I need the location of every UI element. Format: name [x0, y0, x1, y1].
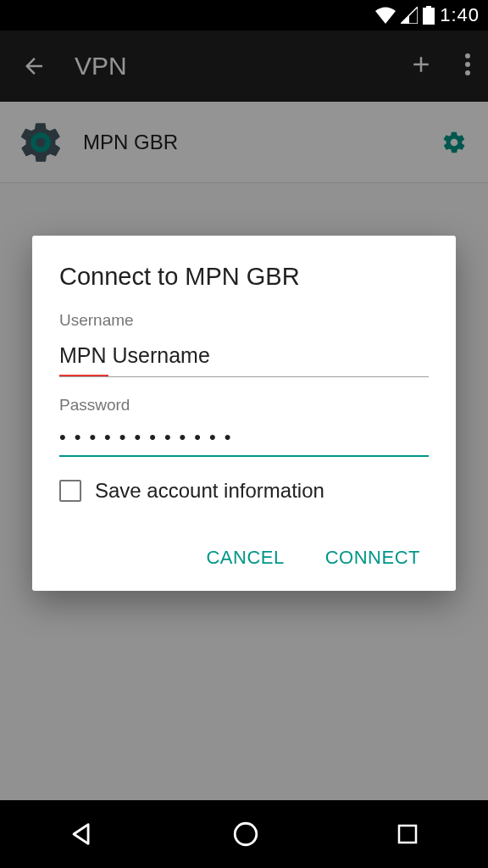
username-label: Username: [59, 311, 429, 330]
wifi-icon: [375, 7, 396, 24]
cell-signal-icon: [401, 7, 418, 24]
status-clock: 1:40: [440, 4, 480, 26]
status-bar: 1:40: [0, 0, 488, 31]
nav-home-button[interactable]: [231, 820, 260, 849]
password-input[interactable]: ••••••••••••: [59, 423, 429, 457]
connect-dialog: Connect to MPN GBR Username Password •••…: [32, 236, 456, 591]
save-info-label: Save account information: [95, 479, 324, 503]
cancel-button[interactable]: CANCEL: [202, 540, 287, 576]
nav-recent-button[interactable]: [395, 821, 420, 847]
svg-rect-0: [423, 8, 435, 25]
password-label: Password: [59, 396, 429, 415]
nav-back-button[interactable]: [68, 820, 97, 849]
navigation-bar: [0, 800, 488, 868]
svg-rect-8: [399, 826, 416, 843]
username-input[interactable]: [59, 338, 429, 377]
connect-button[interactable]: CONNECT: [322, 540, 424, 576]
save-info-checkbox[interactable]: [59, 480, 81, 502]
svg-rect-1: [426, 6, 431, 8]
dialog-title: Connect to MPN GBR: [59, 263, 429, 291]
svg-point-7: [235, 823, 257, 845]
battery-icon: [423, 6, 435, 25]
